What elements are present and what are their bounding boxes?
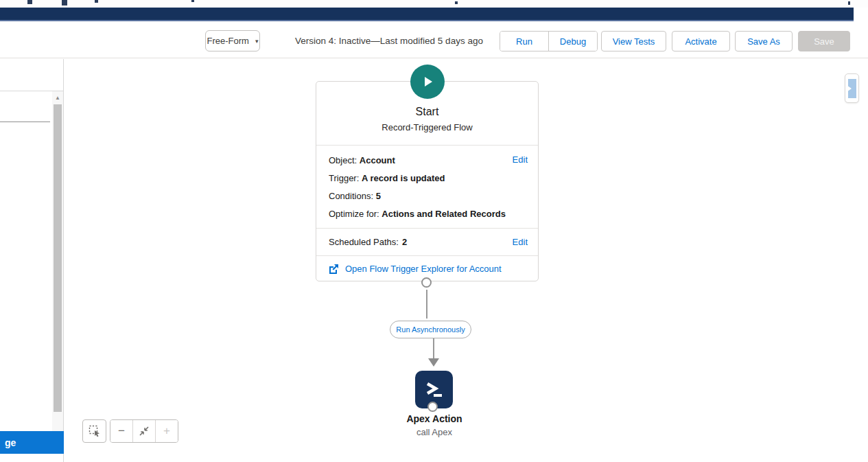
cropped-text-fragment <box>95 0 98 3</box>
run-debug-button-group: Run Debug <box>500 31 598 51</box>
cropped-text-fragment <box>62 0 67 5</box>
config-row-optimize: Optimize for: Actions and Related Record… <box>329 205 528 223</box>
config-row-conditions: Conditions: 5 <box>329 187 528 205</box>
start-node-title: Start <box>316 106 538 118</box>
chevron-left-icon <box>848 79 856 98</box>
cropped-browser-strip <box>0 0 868 8</box>
scroll-up-arrow-icon[interactable]: ▲ <box>52 93 63 102</box>
cropped-text-fragment <box>27 0 32 4</box>
start-connector-handle[interactable] <box>421 277 432 288</box>
toolbox-selected-item-label: ge <box>5 437 16 448</box>
flow-builder-app: Free-Form ▾ Version 4: Inactive—Last mod… <box>0 0 868 462</box>
edit-trigger-link[interactable]: Edit <box>513 154 528 165</box>
run-button[interactable]: Run <box>500 32 548 51</box>
fit-view-button[interactable] <box>132 420 155 442</box>
toggle-panel-button[interactable] <box>845 73 859 103</box>
start-play-icon[interactable] <box>410 65 445 99</box>
cropped-text-fragment <box>848 1 850 5</box>
debug-button[interactable]: Debug <box>549 32 597 51</box>
cropped-text-fragment <box>455 1 458 4</box>
scheduled-paths-row: Scheduled Paths: 2 Edit <box>316 228 538 255</box>
activate-button[interactable]: Activate <box>672 31 730 51</box>
config-row-trigger: Trigger: A record is updated <box>329 170 528 187</box>
collapse-arrows-icon <box>139 426 150 437</box>
scrollbar-thumb[interactable] <box>54 104 62 412</box>
version-status: Version 4: Inactive—Last modified 5 days… <box>295 30 483 51</box>
panel-divider <box>0 122 50 122</box>
apex-terminal-icon <box>424 380 445 400</box>
toolbox-selected-item[interactable]: ge <box>0 431 64 454</box>
view-tests-button[interactable]: View Tests <box>601 31 666 51</box>
save-button: Save <box>798 31 850 51</box>
connector-line <box>433 338 434 358</box>
chevron-down-icon: ▾ <box>255 38 259 45</box>
edit-scheduled-paths-link[interactable]: Edit <box>513 237 528 247</box>
connector-path-label[interactable]: Run Asynchronously <box>390 321 471 338</box>
zoom-controls: − + <box>110 419 178 443</box>
salesforce-header-bar <box>0 8 854 21</box>
save-as-button[interactable]: Save As <box>735 31 793 51</box>
play-triangle-icon <box>421 75 434 89</box>
toolbox-panel: ▲ ge <box>0 59 64 462</box>
select-elements-button[interactable] <box>82 419 106 443</box>
layout-select-value: Free-Form <box>207 36 249 46</box>
zoom-out-button[interactable]: − <box>110 420 132 442</box>
connector-arrow-icon <box>428 358 439 367</box>
zoom-in-button: + <box>155 420 178 442</box>
apex-node-title: Apex Action <box>379 413 489 424</box>
start-node[interactable]: Start Record-Triggered Flow Object: Acco… <box>316 81 539 281</box>
start-node-config: Object: Account Trigger: A record is upd… <box>316 145 538 228</box>
connector-line <box>426 290 427 319</box>
multi-select-icon <box>89 425 101 437</box>
config-row-object: Object: Account <box>329 152 528 170</box>
toolbox-scrollbar: ▲ <box>52 91 63 431</box>
start-node-type: Record-Triggered Flow <box>316 122 538 132</box>
apex-node-name: call Apex <box>379 427 489 437</box>
builder-toolbar: Free-Form ▾ Version 4: Inactive—Last mod… <box>0 23 868 58</box>
layout-select[interactable]: Free-Form ▾ <box>205 30 260 51</box>
cropped-text-fragment <box>191 0 194 2</box>
external-link-icon <box>329 264 339 274</box>
apex-connector-handle[interactable] <box>427 402 438 412</box>
